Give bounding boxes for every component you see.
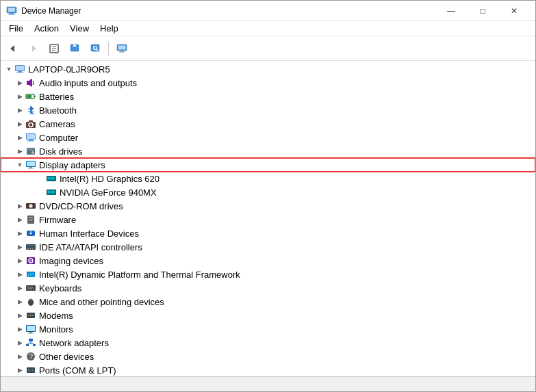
expander-display[interactable]: ▼ (14, 159, 25, 170)
properties-icon (49, 43, 60, 54)
scan-button[interactable] (86, 39, 105, 58)
tree-item-nvidia[interactable]: NVIDIA GeForce 940MX (1, 185, 535, 199)
menu-action[interactable]: Action (29, 22, 64, 35)
expander-modems[interactable]: ▶ (14, 310, 25, 321)
expander-keyboards[interactable]: ▶ (14, 283, 25, 293)
svg-point-56 (30, 205, 31, 207)
title-bar-left: Device Manager (6, 5, 81, 16)
svg-rect-16 (118, 45, 126, 49)
svg-point-66 (27, 248, 29, 249)
svg-rect-76 (27, 287, 29, 288)
svg-rect-34 (27, 134, 35, 139)
icon-nvidia (46, 187, 57, 198)
update-driver-button[interactable] (65, 39, 84, 58)
root-label: LAPTOP-0LJR9OR5 (28, 64, 110, 75)
expander-disk[interactable]: ▶ (14, 146, 25, 157)
title-bar-controls: — □ ✕ (435, 1, 530, 21)
tree-item-cameras[interactable]: ▶Cameras (1, 117, 535, 131)
svg-point-71 (30, 260, 31, 261)
svg-rect-18 (119, 51, 125, 52)
tree-item-dvd[interactable]: ▶DVD/CD-ROM drives (1, 199, 535, 213)
menu-help[interactable]: Help (94, 22, 124, 35)
show-properties-button[interactable] (44, 39, 64, 58)
icon-intel-thermal: i (25, 269, 36, 280)
label-batteries: Batteries (39, 92, 74, 102)
expander-cameras[interactable]: ▶ (14, 118, 25, 129)
expander-network[interactable]: ▶ (14, 337, 25, 348)
tree-item-ide[interactable]: ▶IDE ATA/ATAPI controllers (1, 240, 535, 254)
minimize-button[interactable]: — (435, 1, 467, 21)
tree-panel[interactable]: ▼ LAPTOP-0LJR9OR5 ▶Audio inputs and outp… (1, 61, 535, 376)
tree-item-batteries[interactable]: ▶Batteries (1, 90, 535, 103)
tree-item-audio[interactable]: ▶Audio inputs and outputs (1, 76, 535, 90)
expander-intel-thermal[interactable]: ▶ (14, 269, 25, 280)
svg-point-62 (30, 233, 32, 235)
expander-hid[interactable]: ▶ (14, 228, 25, 239)
tree-item-ports[interactable]: ▶Ports (COM & LPT) (1, 363, 535, 376)
tree-item-firmware[interactable]: ▶Firmware (1, 213, 535, 226)
expander-intel-hd[interactable] (35, 173, 46, 184)
expander-monitors[interactable]: ▶ (14, 324, 25, 335)
expander-firmware[interactable]: ▶ (14, 214, 25, 225)
svg-rect-22 (16, 73, 23, 73)
expander-other[interactable]: ▶ (14, 351, 25, 362)
icon-ide (25, 241, 36, 252)
svg-rect-74 (29, 273, 34, 276)
svg-rect-21 (18, 71, 22, 73)
tree-item-network[interactable]: ▶Network adapters (1, 336, 535, 350)
maximize-button[interactable]: □ (467, 1, 498, 21)
label-monitors: Monitors (39, 324, 73, 335)
label-display: Display adapters (39, 160, 105, 170)
expander-batteries[interactable]: ▶ (14, 91, 25, 102)
tree-item-disk[interactable]: ▶Disk drives (1, 144, 535, 158)
tree-item-keyboards[interactable]: ▶Keyboards (1, 281, 535, 295)
svg-line-99 (31, 343, 34, 344)
icon-modems (25, 310, 36, 321)
svg-rect-26 (27, 95, 31, 98)
tree-item-computer[interactable]: ▶Computer (1, 131, 535, 144)
expander-computer[interactable]: ▶ (14, 132, 25, 143)
tree-item-modems[interactable]: ▶Modems (1, 309, 535, 322)
expander-nvidia[interactable] (35, 187, 46, 198)
tree-item-mice[interactable]: ▶Mice and other pointing devices (1, 295, 535, 309)
menu-file[interactable]: File (3, 22, 29, 35)
monitor-button[interactable] (112, 39, 131, 58)
device-manager-window: Device Manager — □ ✕ File Action View He… (0, 0, 536, 392)
tree-item-other[interactable]: ▶?Other devices (1, 350, 535, 363)
svg-point-87 (28, 315, 29, 316)
icon-imaging (25, 255, 36, 266)
tree-root[interactable]: ▼ LAPTOP-0LJR9OR5 (1, 62, 535, 76)
svg-rect-81 (33, 289, 34, 290)
tree-items-container: ▶Audio inputs and outputs▶Batteries▶Blue… (1, 76, 535, 376)
expander-ports[interactable]: ▶ (14, 365, 25, 376)
tree-item-hid[interactable]: ▶Human Interface Devices (1, 226, 535, 240)
expander-mice[interactable]: ▶ (14, 296, 25, 307)
label-other: Other devices (39, 352, 94, 362)
expander-imaging[interactable]: ▶ (14, 255, 25, 266)
expander-bluetooth[interactable]: ▶ (14, 105, 25, 116)
tree-item-display[interactable]: ▼Display adapters (1, 158, 535, 172)
svg-rect-79 (27, 289, 29, 290)
label-bluetooth: Bluetooth (39, 105, 77, 116)
tree-item-bluetooth[interactable]: ▶Bluetooth (1, 103, 535, 117)
label-computer: Computer (39, 133, 78, 143)
expander-dvd[interactable]: ▶ (14, 200, 25, 211)
svg-rect-96 (33, 344, 36, 346)
tree-item-monitors[interactable]: ▶Monitors (1, 322, 535, 336)
tree-item-imaging[interactable]: ▶Imaging devices (1, 254, 535, 267)
forward-button[interactable] (24, 39, 43, 58)
back-button[interactable] (3, 39, 23, 58)
window-icon (6, 5, 17, 16)
root-expander[interactable]: ▼ (3, 64, 14, 75)
svg-rect-78 (31, 287, 33, 288)
expander-ide[interactable]: ▶ (14, 241, 25, 252)
label-audio: Audio inputs and outputs (39, 78, 137, 88)
tree-item-intel-thermal[interactable]: ▶iIntel(R) Dynamic Platform and Thermal … (1, 267, 535, 281)
svg-rect-41 (27, 161, 35, 166)
expander-audio[interactable]: ▶ (14, 77, 25, 88)
close-button[interactable]: ✕ (498, 1, 530, 21)
icon-disk (25, 146, 36, 157)
tree-item-intel-hd[interactable]: Intel(R) HD Graphics 620 (1, 172, 535, 185)
menu-view[interactable]: View (64, 22, 94, 35)
svg-rect-48 (53, 177, 55, 179)
